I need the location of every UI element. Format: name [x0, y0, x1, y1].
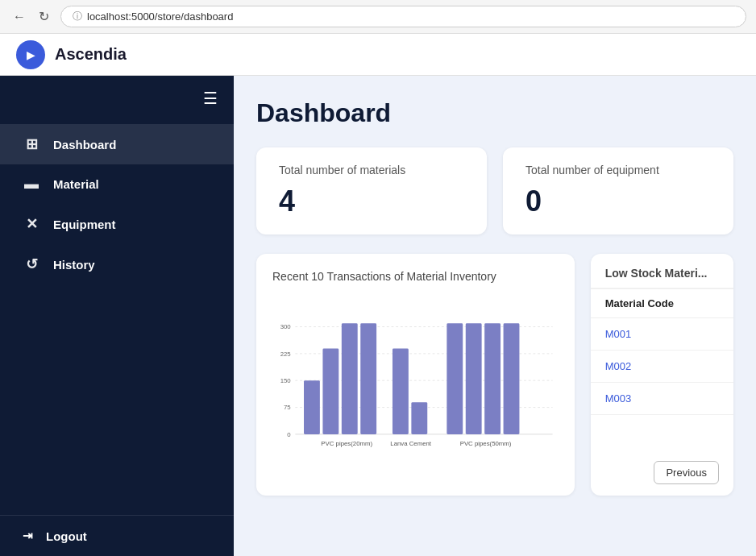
svg-rect-17	[466, 323, 482, 434]
svg-rect-13	[360, 323, 376, 434]
svg-text:Lanva Cement: Lanva Cement	[390, 440, 432, 447]
dashboard-icon: ⊞	[23, 135, 40, 153]
svg-rect-11	[322, 348, 339, 434]
bar-chart: 300 225 150 75 0	[272, 294, 559, 479]
svg-rect-14	[393, 348, 409, 434]
svg-rect-18	[484, 323, 501, 434]
url-text: localhost:5000/store/dashboard	[87, 10, 233, 23]
low-stock-title: Low Stock Materi...	[591, 254, 733, 289]
browser-chrome: ← ↻ ⓘ localhost:5000/store/dashboard	[0, 0, 756, 34]
low-stock-row-m002: M002	[591, 351, 733, 383]
lock-icon: ⓘ	[73, 10, 82, 23]
svg-text:300: 300	[280, 323, 292, 330]
previous-button[interactable]: Previous	[654, 461, 719, 484]
chart-title: Recent 10 Transactions of Material Inven…	[272, 270, 559, 283]
logout-button[interactable]: ⇥ Logout	[0, 515, 234, 556]
sidebar: ☰ ⊞ Dashboard ▬ Material ✕ Equipment ↺ H…	[0, 76, 234, 556]
sidebar-label-history: History	[53, 258, 95, 272]
sidebar-item-dashboard[interactable]: ⊞ Dashboard	[0, 124, 234, 164]
sidebar-item-equipment[interactable]: ✕ Equipment	[0, 204, 234, 244]
low-stock-row-m003: M003	[591, 383, 733, 415]
svg-rect-10	[304, 380, 320, 434]
svg-rect-19	[504, 323, 520, 434]
material-icon: ▬	[23, 176, 40, 193]
svg-text:0: 0	[287, 431, 291, 438]
svg-text:PVC pipes(20mm): PVC pipes(20mm)	[321, 440, 372, 447]
stat-card-materials: Total number of materials 4	[256, 147, 487, 234]
low-stock-footer: Previous	[591, 450, 733, 496]
logo-icon: ▶	[16, 40, 45, 69]
sidebar-label-dashboard: Dashboard	[53, 138, 116, 151]
logout-label: Logout	[46, 529, 87, 543]
stat-label-equipment: Total number of equipment	[525, 164, 711, 176]
low-stock-col-header: Material Code	[591, 289, 733, 318]
sidebar-nav: ⊞ Dashboard ▬ Material ✕ Equipment ↺ His…	[0, 124, 234, 515]
main-layout: ☰ ⊞ Dashboard ▬ Material ✕ Equipment ↺ H…	[0, 76, 756, 556]
svg-text:225: 225	[280, 351, 292, 358]
sidebar-item-material[interactable]: ▬ Material	[0, 164, 234, 204]
low-stock-card: Low Stock Materi... Material Code M001 M…	[591, 254, 733, 496]
svg-text:75: 75	[284, 404, 291, 411]
browser-controls: ← ↻	[10, 7, 52, 26]
chart-area: 300 225 150 75 0	[272, 294, 559, 479]
stat-value-equipment: 0	[525, 185, 711, 218]
svg-text:PVC pipes(50mm): PVC pipes(50mm)	[460, 440, 512, 447]
stat-label-materials: Total number of materials	[279, 164, 464, 176]
logout-icon: ⇥	[23, 529, 33, 543]
sidebar-item-history[interactable]: ↺ History	[0, 244, 234, 284]
history-icon: ↺	[23, 255, 40, 273]
stats-row: Total number of materials 4 Total number…	[256, 147, 733, 234]
sidebar-label-equipment: Equipment	[53, 218, 116, 231]
content-area: Dashboard Total number of materials 4 To…	[234, 76, 756, 556]
svg-text:150: 150	[280, 377, 292, 384]
page-title: Dashboard	[256, 98, 733, 128]
app-header: ▶ Ascendia	[0, 34, 756, 76]
back-button[interactable]: ←	[10, 8, 29, 26]
sidebar-label-material: Material	[53, 177, 99, 191]
sidebar-toggle[interactable]: ☰	[0, 89, 234, 124]
svg-rect-12	[342, 323, 358, 434]
low-stock-row-m001: M001	[591, 318, 733, 351]
bottom-row: Recent 10 Transactions of Material Inven…	[256, 254, 733, 496]
stat-value-materials: 4	[279, 185, 464, 218]
chart-card: Recent 10 Transactions of Material Inven…	[256, 254, 575, 496]
refresh-button[interactable]: ↻	[35, 7, 52, 26]
app-title: Ascendia	[55, 45, 127, 64]
stat-card-equipment: Total number of equipment 0	[503, 147, 733, 234]
equipment-icon: ✕	[23, 215, 40, 233]
svg-rect-15	[411, 402, 427, 434]
svg-rect-16	[447, 323, 463, 434]
address-bar: ⓘ localhost:5000/store/dashboard	[60, 6, 746, 27]
